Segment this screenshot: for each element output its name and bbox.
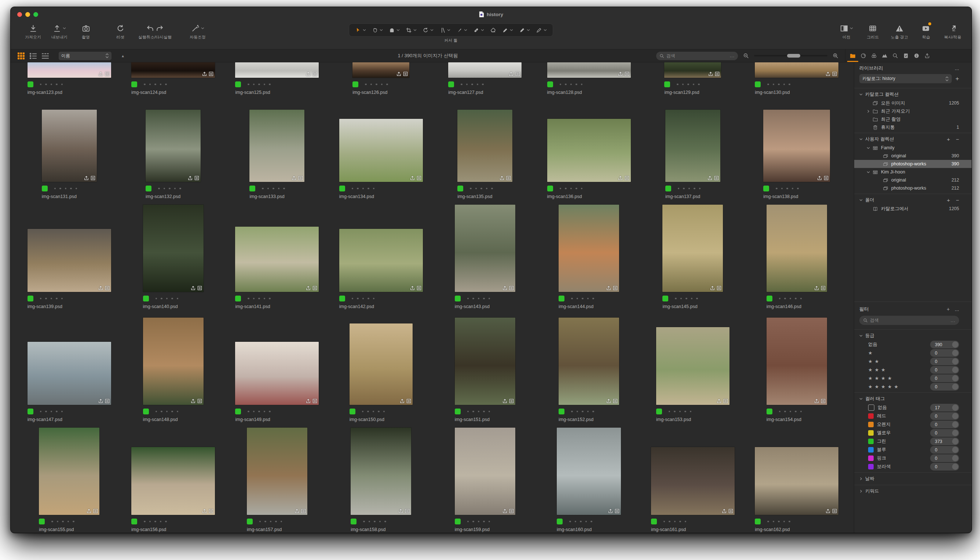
edits-list-icon[interactable] <box>105 72 110 76</box>
library-item-photoshop-works[interactable]: photoshop-works390 <box>854 160 972 168</box>
color-tag-badge[interactable] <box>339 296 345 302</box>
thumbnail-photo[interactable] <box>455 318 515 405</box>
color-tag-badge[interactable] <box>662 296 668 302</box>
thumbnail-cell[interactable]: img-scan124.psd <box>121 62 225 98</box>
edits-list-icon[interactable] <box>209 72 213 76</box>
edits-list-icon[interactable] <box>197 398 202 403</box>
share-icon[interactable] <box>191 286 195 290</box>
filter-color-row-핑크[interactable]: 핑크0 <box>854 454 972 462</box>
thumbnail-photo[interactable] <box>558 318 619 405</box>
library-menu-button[interactable]: ... <box>955 65 959 71</box>
thumbnail-cell[interactable]: img-scan140.psd <box>121 202 225 312</box>
thumbnail-photo[interactable] <box>455 428 515 515</box>
rating-dots[interactable] <box>675 298 698 300</box>
share-icon[interactable] <box>202 509 207 513</box>
color-tag-badge[interactable] <box>448 82 454 87</box>
color-tag-badge[interactable] <box>350 408 355 414</box>
rating-dots[interactable] <box>461 83 484 85</box>
share-icon[interactable] <box>717 398 722 403</box>
filter-rating-row[interactable]: ★★★★0 <box>854 374 972 383</box>
color-tag-badge[interactable] <box>351 518 357 525</box>
rating-dots[interactable] <box>663 521 687 523</box>
rating-dots[interactable] <box>677 83 700 85</box>
share-icon[interactable] <box>98 286 103 290</box>
share-icon[interactable] <box>826 72 830 76</box>
thumbnail-cell[interactable]: img-scan150.psd <box>329 312 433 425</box>
share-icon[interactable] <box>295 509 299 513</box>
color-tag-badge[interactable] <box>455 518 461 525</box>
library-item-Family[interactable]: Family <box>854 144 972 152</box>
rating-dots[interactable] <box>54 188 77 190</box>
share-icon[interactable] <box>292 176 297 180</box>
edits-list-icon[interactable] <box>405 509 410 513</box>
thumbnail-photo[interactable] <box>767 318 827 405</box>
color-tag-badge[interactable] <box>557 518 563 525</box>
thumbnail-photo[interactable] <box>763 110 830 182</box>
sort-select[interactable]: 이름 <box>59 52 112 60</box>
thumbnail-photo[interactable] <box>651 447 735 515</box>
edits-list-icon[interactable] <box>403 72 408 76</box>
library-item-모든 이미지[interactable]: 모든 이미지1205 <box>854 99 972 107</box>
color-tag-badge[interactable] <box>457 185 463 192</box>
color-tag-badge[interactable] <box>28 82 33 87</box>
thumbnail-photo[interactable] <box>662 205 723 292</box>
edits-list-icon[interactable] <box>728 509 733 513</box>
filter-count-toggle[interactable]: 0 <box>930 349 959 357</box>
thumbnail-cell[interactable]: img-scan125.psd <box>225 62 329 98</box>
thumbnail-photo[interactable] <box>457 110 512 182</box>
thumbnail-cell[interactable]: img-scan135.psd <box>433 98 537 202</box>
remove-collection-button[interactable]: − <box>956 197 959 203</box>
share-icon[interactable] <box>826 509 830 513</box>
thumbnail-photo[interactable] <box>665 110 720 182</box>
share-icon[interactable] <box>509 72 513 76</box>
share-icon[interactable] <box>84 176 89 180</box>
rating-dots[interactable] <box>571 298 594 300</box>
thumbnail-cell[interactable]: img-scan148.psd <box>121 312 225 425</box>
add-collection-button[interactable]: + <box>947 136 950 142</box>
thumbnail-photo[interactable] <box>146 110 201 182</box>
edits-list-icon[interactable] <box>312 72 317 76</box>
filter-color-row-오렌지[interactable]: 오렌지0 <box>854 420 972 429</box>
straighten-tool[interactable] <box>437 24 453 36</box>
thumbnail-cell[interactable]: img-scan157.psd <box>225 425 329 533</box>
thumbnail-cell[interactable]: img-scan149.psd <box>225 312 329 425</box>
rating-dots[interactable] <box>569 521 592 523</box>
thumbnail-photo[interactable] <box>143 205 203 292</box>
share-icon[interactable] <box>400 398 405 403</box>
thumbnail-cell[interactable]: img-scan138.psd <box>745 98 849 202</box>
sort-ascending-toggle[interactable]: ▲ <box>121 54 125 58</box>
list-view-toggle[interactable] <box>29 52 37 60</box>
filter-color-row-없음[interactable]: 없음17 <box>854 403 972 412</box>
thumbnail-photo[interactable] <box>131 62 215 78</box>
thumbnail-cell[interactable]: img-scan146.psd <box>745 202 849 312</box>
filter-rating-row[interactable]: ★★★★★0 <box>854 383 972 391</box>
edits-list-icon[interactable] <box>515 72 520 76</box>
filter-count-toggle[interactable]: 0 <box>930 375 959 382</box>
thumbnail-photo[interactable] <box>755 62 838 78</box>
thumbnail-cell[interactable]: img-scan156.psd <box>121 425 225 533</box>
share-icon[interactable] <box>618 72 623 76</box>
filter-rating-row[interactable]: ★0 <box>854 349 972 357</box>
crop-tool[interactable] <box>403 24 420 36</box>
thumbnail-photo[interactable] <box>352 62 409 78</box>
filter-count-toggle[interactable]: 0 <box>930 383 959 390</box>
filter-count-toggle[interactable]: 0 <box>930 429 959 437</box>
share-icon[interactable] <box>502 398 507 403</box>
edits-list-icon[interactable] <box>407 398 411 403</box>
heal-tool[interactable] <box>470 24 487 36</box>
library-item-최근 촬영[interactable]: 최근 촬영 <box>854 115 972 123</box>
section-header-사용자 컬렉션[interactable]: 사용자 컬렉션+− <box>854 135 972 144</box>
thumbnail-photo[interactable] <box>767 205 827 292</box>
edits-list-icon[interactable] <box>91 176 95 180</box>
share-icon[interactable] <box>722 509 727 513</box>
fill-tool[interactable] <box>516 24 533 36</box>
thumbnail-zoom-slider[interactable] <box>754 55 827 57</box>
thumbnail-cell[interactable]: img-scan143.psd <box>433 202 537 312</box>
toolbar-button-grid-overlay[interactable]: 그리드 <box>865 23 881 40</box>
thumbnail-cell[interactable]: img-scan160.psd <box>537 425 641 533</box>
share-icon[interactable] <box>306 72 311 76</box>
filter-search-input[interactable]: 검색 ... <box>859 316 959 325</box>
filter-color-row-보라색[interactable]: 보라색0 <box>854 462 972 471</box>
thumbnail-cell[interactable]: img-scan153.psd <box>641 312 745 425</box>
rating-dots[interactable] <box>40 298 63 300</box>
